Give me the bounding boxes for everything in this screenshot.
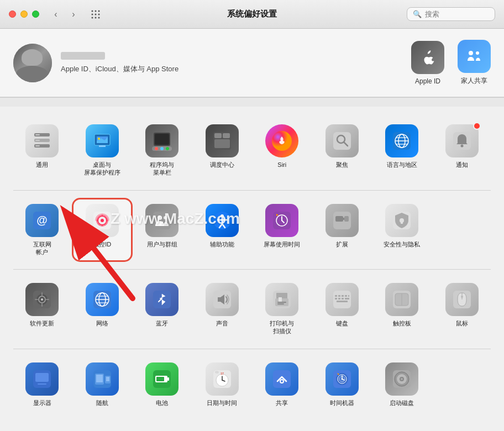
network-icon [86, 283, 119, 316]
pref-item-users[interactable]: 用户与群组 [133, 199, 191, 261]
traffic-lights [9, 10, 39, 18]
pref-item-desktop[interactable]: 桌面与屏幕保护程序 [74, 120, 132, 181]
language-icon [385, 124, 418, 157]
main-content: 通用 桌面与屏幕保护程序 [0, 107, 504, 431]
pref-item-startupd[interactable]: 启动磁盘 [373, 358, 431, 411]
avatar[interactable] [13, 44, 52, 82]
pref-item-extensions[interactable]: 扩展 [313, 199, 371, 261]
grid-button[interactable] [88, 7, 103, 22]
close-button[interactable] [9, 10, 16, 18]
svg-rect-31 [214, 139, 230, 148]
pref-label-screentime: 屏幕使用时间 [264, 240, 300, 248]
svg-point-8 [98, 17, 100, 18]
print-icon [265, 283, 298, 316]
trackpad-icon [385, 283, 418, 316]
pref-item-timemachine[interactable]: 时间机器 [313, 358, 371, 411]
svg-rect-97 [338, 298, 340, 299]
svg-point-141 [401, 378, 403, 380]
pref-item-bluetooth[interactable]: 蓝牙 [133, 278, 191, 340]
pref-item-screentime[interactable]: 屏幕使用时间 [253, 199, 311, 261]
svg-rect-116 [96, 375, 103, 382]
pref-label-desktop: 桌面与屏幕保护程序 [84, 161, 120, 177]
pref-item-notifications[interactable]: 通知 [433, 120, 491, 181]
maximize-button[interactable] [32, 10, 39, 18]
pref-item-sharing[interactable]: 共享 [253, 358, 311, 411]
pref-item-language[interactable]: 语言与地区 [373, 120, 431, 181]
pref-item-siri[interactable]: Siri [253, 120, 311, 181]
svg-rect-95 [345, 295, 347, 297]
svg-rect-121 [156, 377, 164, 381]
svg-rect-23 [155, 134, 169, 145]
sharing-icon [265, 362, 298, 396]
pref-item-trackpad[interactable]: 触控板 [373, 278, 431, 340]
pref-item-general[interactable]: 通用 [13, 120, 71, 181]
pref-label-spotlight: 聚焦 [336, 161, 348, 169]
general-icon [25, 124, 59, 157]
pref-row-4: 显示器 随航 [13, 358, 491, 411]
pref-item-accessibility[interactable]: 辅助功能 [193, 199, 251, 261]
pref-item-display[interactable]: 显示器 [13, 358, 71, 411]
spotlight-icon [326, 124, 359, 157]
pref-item-keyboard[interactable]: 键盘 [313, 278, 371, 340]
family-sharing-item[interactable]: 家人共享 [458, 40, 491, 86]
pref-item-internet[interactable]: @ 互联网帐户 [13, 199, 71, 261]
back-button[interactable]: ‹ [48, 7, 64, 22]
profile-name [61, 52, 105, 60]
minimize-button[interactable] [20, 10, 28, 18]
pref-item-dock[interactable]: 程序坞与菜单栏 [133, 120, 191, 181]
pref-item-battery[interactable]: 电池 [133, 358, 191, 411]
pref-label-notifications: 通知 [456, 161, 468, 169]
pref-label-siri: Siri [277, 161, 286, 169]
search-bar[interactable]: 🔍 [407, 7, 495, 21]
siri-icon [265, 124, 298, 157]
pref-row-3: 软件更新 网络 [13, 278, 491, 340]
mouse-icon [445, 283, 479, 316]
pref-item-print[interactable]: 打印机与扫描仪 [253, 278, 311, 340]
bluetooth-icon [145, 283, 179, 316]
svg-rect-67 [401, 221, 403, 224]
svg-rect-110 [35, 373, 49, 382]
nav-buttons: ‹ › [48, 7, 81, 22]
svg-rect-89 [277, 303, 284, 304]
mission-icon [206, 124, 239, 157]
pref-label-network: 网络 [96, 319, 108, 327]
pref-item-software[interactable]: 软件更新 [13, 278, 71, 340]
pref-label-sharing: 共享 [276, 399, 288, 407]
svg-point-9 [469, 51, 473, 55]
pref-label-touchid: 触控ID [93, 240, 111, 248]
svg-text:@: @ [36, 214, 48, 226]
svg-rect-111 [39, 382, 45, 383]
pref-item-mouse[interactable]: 鼠标 [433, 278, 491, 340]
internet-icon: @ [25, 204, 59, 237]
profile-right: Apple ID 家人共享 [411, 40, 491, 86]
dock-icon [145, 124, 179, 157]
profile-left: Apple ID、iCloud、媒体与 App Store [13, 44, 179, 82]
startupd-icon [385, 362, 418, 396]
svg-rect-102 [348, 295, 349, 297]
pref-label-users: 用户与群组 [147, 240, 177, 248]
svg-rect-64 [344, 216, 349, 222]
section-divider-1 [0, 97, 504, 98]
page-title: 系统偏好设置 [227, 9, 277, 19]
pref-label-sound: 声音 [216, 319, 228, 327]
pref-item-touchid[interactable]: 触控ID [74, 199, 132, 261]
pref-item-datetime[interactable]: 17 日期与时间 [193, 358, 251, 411]
svg-point-25 [155, 147, 158, 150]
svg-rect-90 [279, 297, 282, 302]
timemachine-icon [326, 362, 359, 396]
display-icon [25, 362, 59, 396]
pref-item-spotlight[interactable]: 聚焦 [313, 120, 371, 181]
apple-id-label: Apple ID [415, 77, 440, 85]
pref-item-sound[interactable]: 声音 [193, 278, 251, 340]
pref-item-sidecar[interactable]: 随航 [74, 358, 132, 411]
pref-label-mission: 调度中心 [210, 161, 234, 169]
svg-point-27 [166, 147, 169, 150]
svg-point-4 [95, 13, 97, 15]
apple-id-item[interactable]: Apple ID [411, 41, 444, 85]
svg-rect-120 [167, 377, 169, 381]
pref-item-network[interactable]: 网络 [74, 278, 132, 340]
pref-item-mission[interactable]: 调度中心 [193, 120, 251, 181]
search-input[interactable] [425, 10, 491, 18]
forward-button[interactable]: › [66, 7, 81, 22]
pref-item-security[interactable]: 安全性与隐私 [373, 199, 431, 261]
